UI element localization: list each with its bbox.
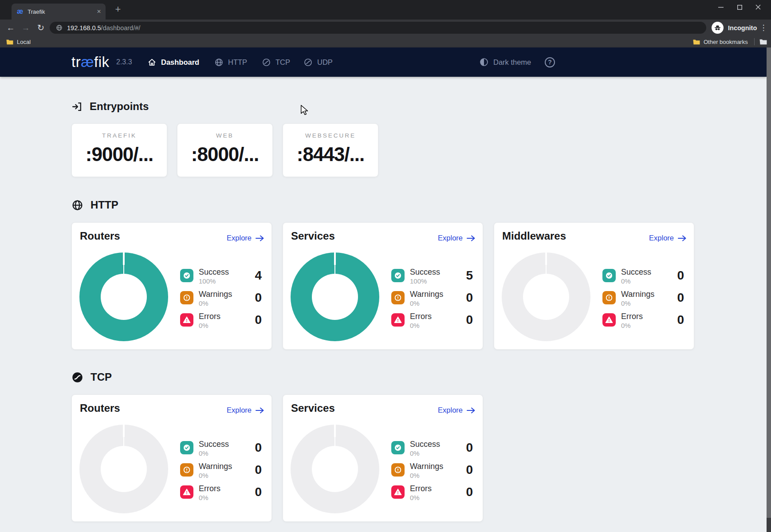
site-info-globe-icon[interactable] [56,24,63,31]
arrow-right-icon [256,235,264,241]
other-bookmarks-button[interactable]: Other bookmarks [693,36,748,47]
stat-warnings: Warnings0% [180,463,232,479]
incognito-label: Incognito [728,24,757,32]
stat-label: Success [410,268,440,276]
donut-chart [79,425,168,513]
scrollbar[interactable] [767,47,771,532]
success-icon [602,269,616,282]
nav-http[interactable]: HTTP [214,47,247,77]
stat-errors: Errors0% [602,313,643,329]
help-button[interactable]: ? [545,47,555,77]
card-title: Services [291,402,335,414]
entrypoint-card-websecure: WEBSECURE :8443/... [283,123,378,177]
tab-title: Traefik [28,8,97,15]
donut-chart [502,252,590,341]
explore-link[interactable]: Explore [227,406,264,414]
stat-value: 0 [647,313,684,327]
tab-close-icon[interactable]: ✕ [97,8,101,15]
stat-label: Errors [199,312,220,321]
browser-tab[interactable]: æ Traefik ✕ [12,4,106,20]
error-icon [180,313,193,327]
address-bar[interactable]: 192.168.0.5/dashboard/#/ [50,22,706,34]
stat-value: 0 [225,291,262,304]
card-title: Routers [80,230,120,242]
stat-success: Success0% [602,269,651,285]
stat-label: Errors [410,485,432,493]
entrypoint-port: :9000/... [72,143,167,166]
traefik-header: træfik 2.3.3 Dashboard HTTP TCP [0,47,767,77]
browser-toolbar: ← → ↻ 192.168.0.5/dashboard/#/ Incogn [0,20,771,36]
hidden-bookmarks-folder-button[interactable] [759,36,767,47]
donut-hole [312,446,358,492]
explore-label: Explore [227,406,252,414]
bookmark-label: Local [17,39,31,45]
entrypoints-icon [71,101,83,112]
stat-percent: 0% [621,277,651,285]
error-icon [180,485,193,499]
explore-link[interactable]: Explore [438,406,476,414]
stat-warnings: Warnings0% [180,291,232,307]
stat-label: Success [410,440,440,449]
warning-icon [180,463,193,477]
card-title: Services [291,230,335,242]
stat-label: Success [621,268,651,276]
stat-value: 0 [436,441,473,454]
reload-button[interactable]: ↻ [35,20,47,36]
window-minimize-button[interactable] [712,0,730,14]
bookmarks-separator [754,38,755,45]
forward-button[interactable]: → [20,20,32,36]
invert-colors-icon [479,57,489,67]
nav-label: UDP [317,58,333,67]
arrow-right-icon [467,407,476,414]
home-icon [147,58,157,67]
stat-warnings: Warnings0% [602,291,654,307]
stat-success: Success0% [391,441,440,457]
folder-icon [6,39,13,45]
nav-label: Dashboard [161,58,199,67]
donut-chart [291,252,379,341]
arrow-right-icon [467,235,476,241]
back-button[interactable]: ← [4,20,17,36]
explore-link[interactable]: Explore [227,234,264,242]
window-close-button[interactable] [749,0,767,14]
nav-dashboard[interactable]: Dashboard [147,47,199,77]
nav-label: HTTP [228,58,247,67]
stat-value: 0 [225,485,262,499]
scrollbar-thumb[interactable] [767,47,771,518]
stat-warnings: Warnings0% [391,463,443,479]
donut-chart [79,252,168,341]
dark-theme-toggle[interactable]: Dark theme [479,47,531,77]
browser-menu-button[interactable]: ⋮ [757,20,770,36]
nav-tcp[interactable]: TCP [262,47,290,77]
card-title: Middlewares [502,230,566,242]
error-icon [602,313,616,327]
donut-hole [101,446,147,492]
tab-strip: æ Traefik ✕ + [0,0,771,20]
nav-udp[interactable]: UDP [303,47,333,77]
stat-value: 4 [225,269,262,282]
stat-value: 0 [436,291,473,304]
warning-icon [391,463,405,477]
explore-link[interactable]: Explore [649,234,687,242]
stat-value: 5 [436,269,473,282]
error-icon [391,485,405,499]
donut-chart [291,425,379,513]
window-maximize-button[interactable] [730,0,749,14]
entrypoint-card-traefik: TRAEFIK :9000/... [71,123,167,177]
stat-percent: 0% [410,494,432,501]
pipeline-icon [303,58,313,67]
traefik-logo: træfik [71,47,110,77]
stat-percent: 0% [621,322,643,329]
stat-value: 0 [436,463,473,477]
bookmark-local-folder[interactable]: Local [6,36,31,47]
warning-icon [180,291,193,304]
stat-success: Success100% [391,269,440,285]
stat-success: Success0% [180,441,229,457]
window-controls [712,0,767,14]
dark-theme-label: Dark theme [493,58,531,67]
explore-link[interactable]: Explore [438,234,476,242]
stat-label: Errors [199,485,220,493]
section-title: Entrypoints [90,100,149,113]
stat-value: 0 [436,313,473,327]
new-tab-button[interactable]: + [112,3,124,16]
